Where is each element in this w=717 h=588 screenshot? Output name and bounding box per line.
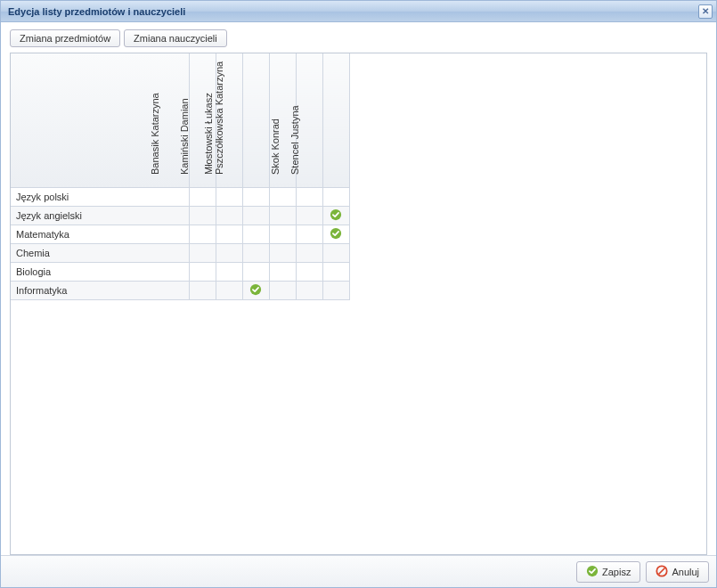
button-label: Anuluj xyxy=(672,567,699,577)
assignment-cell[interactable] xyxy=(189,262,216,281)
assignment-cell[interactable] xyxy=(296,281,322,299)
teacher-name: Młostowski Łukasz xyxy=(203,93,214,178)
close-icon: ✕ xyxy=(702,7,709,16)
subject-name-cell[interactable]: Informatyka xyxy=(11,281,189,299)
svg-line-5 xyxy=(659,568,665,574)
assignment-cell[interactable] xyxy=(189,281,216,299)
assigned-icon xyxy=(249,283,262,296)
assignment-cell[interactable] xyxy=(269,187,296,206)
button-label: Zapisz xyxy=(602,567,631,577)
assignment-cell[interactable] xyxy=(216,187,242,206)
subject-name-cell[interactable]: Matematyka xyxy=(11,225,189,243)
teacher-name: Banasik Katarzyna xyxy=(150,93,160,178)
assignment-cell[interactable] xyxy=(269,281,296,299)
assignment-cell[interactable] xyxy=(296,262,322,281)
assignment-cell[interactable] xyxy=(189,243,216,262)
corner-header xyxy=(11,53,189,187)
assignment-cell[interactable] xyxy=(189,206,216,225)
titlebar: Edycja listy przedmiotów i nauczycieli ✕ xyxy=(1,1,716,22)
close-button[interactable]: ✕ xyxy=(698,4,713,19)
assignment-cell[interactable] xyxy=(322,243,349,262)
assignment-cell[interactable] xyxy=(242,262,269,281)
assignment-cell[interactable] xyxy=(322,225,349,243)
button-label: Zmiana nauczycieli xyxy=(134,33,217,44)
save-button[interactable]: Zapisz xyxy=(576,561,640,583)
toolbar: Zmiana przedmiotów Zmiana nauczycieli xyxy=(10,29,707,47)
change-subjects-button[interactable]: Zmiana przedmiotów xyxy=(10,29,120,47)
subject-name-cell[interactable]: Język polski xyxy=(11,187,189,206)
cancel-icon xyxy=(656,565,668,579)
assignment-cell[interactable] xyxy=(189,225,216,243)
assignment-cell[interactable] xyxy=(242,187,269,206)
assignment-cell[interactable] xyxy=(189,187,216,206)
table-row: Informatyka xyxy=(11,281,349,299)
assignment-cell[interactable] xyxy=(216,281,242,299)
assignment-cell[interactable] xyxy=(322,281,349,299)
teacher-column-header[interactable]: Młostowski Łukasz xyxy=(242,53,269,187)
assignment-cell[interactable] xyxy=(296,243,322,262)
cancel-button[interactable]: Anuluj xyxy=(646,561,709,583)
dialog-body: Zmiana przedmiotów Zmiana nauczycieli Ba… xyxy=(1,22,716,555)
assignment-table: Banasik KatarzynaKamiński DamianMłostows… xyxy=(11,53,350,300)
assignment-cell[interactable] xyxy=(296,187,322,206)
subject-name-cell[interactable]: Biologia xyxy=(11,262,189,281)
assignment-cell[interactable] xyxy=(242,243,269,262)
assignment-cell[interactable] xyxy=(296,225,322,243)
grid[interactable]: Banasik KatarzynaKamiński DamianMłostows… xyxy=(10,53,707,555)
assigned-icon xyxy=(330,227,342,240)
table-row: Język angielski xyxy=(11,206,349,225)
footer: Zapisz Anuluj xyxy=(1,555,716,587)
assignment-cell[interactable] xyxy=(322,262,349,281)
assignment-cell[interactable] xyxy=(296,206,322,225)
teacher-name: Skok Konrad xyxy=(269,118,280,178)
button-label: Zmiana przedmiotów xyxy=(20,33,110,44)
assignment-cell[interactable] xyxy=(216,262,242,281)
assignment-cell[interactable] xyxy=(216,243,242,262)
subject-name-cell[interactable]: Chemia xyxy=(11,243,189,262)
assignment-cell[interactable] xyxy=(269,243,296,262)
assignment-cell[interactable] xyxy=(322,206,349,225)
check-icon xyxy=(586,565,599,579)
assignment-cell[interactable] xyxy=(242,225,269,243)
assignment-cell[interactable] xyxy=(269,225,296,243)
teacher-name: Pszczółkowska Katarzyna xyxy=(214,61,224,177)
assigned-icon xyxy=(330,208,342,221)
table-row: Biologia xyxy=(11,262,349,281)
teacher-name: Stencel Justyna xyxy=(289,105,300,178)
assignment-cell[interactable] xyxy=(216,225,242,243)
subject-name-cell[interactable]: Język angielski xyxy=(11,206,189,225)
dialog-window: Edycja listy przedmiotów i nauczycieli ✕… xyxy=(0,0,717,588)
assignment-cell[interactable] xyxy=(242,281,269,299)
change-teachers-button[interactable]: Zmiana nauczycieli xyxy=(124,29,227,47)
teacher-name: Kamiński Damian xyxy=(179,98,190,178)
table-row: Język polski xyxy=(11,187,349,206)
assignment-cell[interactable] xyxy=(322,187,349,206)
assignment-cell[interactable] xyxy=(216,206,242,225)
table-row: Matematyka xyxy=(11,225,349,243)
assignment-cell[interactable] xyxy=(269,262,296,281)
teacher-column-header[interactable]: Stencel Justyna xyxy=(322,53,349,187)
table-row: Chemia xyxy=(11,243,349,262)
window-title: Edycja listy przedmiotów i nauczycieli xyxy=(8,6,185,17)
assignment-cell[interactable] xyxy=(242,206,269,225)
assignment-cell[interactable] xyxy=(269,206,296,225)
